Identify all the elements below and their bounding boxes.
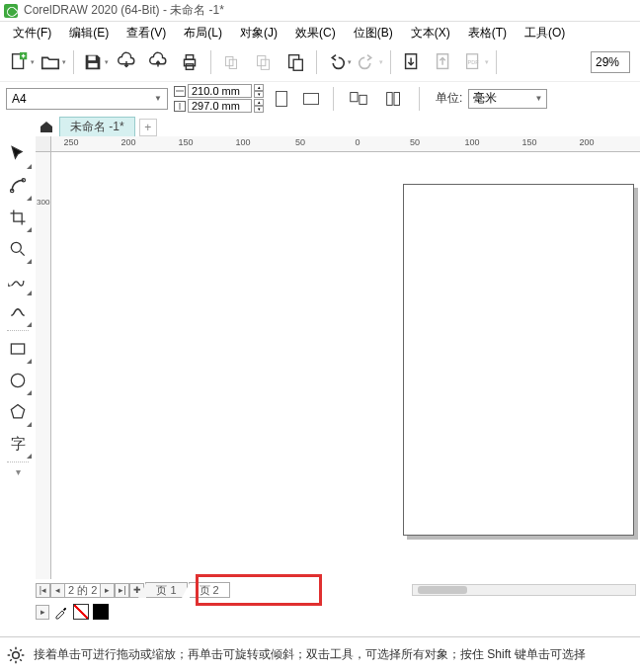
save-button[interactable]: ▾ [80,47,110,77]
export-button[interactable] [429,47,458,77]
rectangle-tool[interactable] [3,333,33,365]
page-counter: 2 的 2 [65,583,100,598]
home-tab[interactable] [36,117,57,136]
ruler-tick: 50 [410,137,420,147]
menu-bitmaps[interactable]: 位图(B) [349,23,398,43]
menu-effects[interactable]: 效果(C) [290,23,341,43]
menu-tools[interactable]: 工具(O) [520,23,570,43]
ruler-horizontal[interactable]: 250 200 150 100 50 0 50 100 150 200 [51,136,640,152]
pick-tool[interactable] [3,138,33,170]
svg-point-28 [13,651,20,658]
svg-text:PDF: PDF [467,59,479,65]
color-scroll-right[interactable]: ▸ [36,605,49,620]
polygon-tool[interactable] [3,396,33,428]
publish-pdf-button[interactable]: PDF▾ [460,47,490,77]
page-layout2-button[interactable] [379,84,409,114]
no-color-swatch[interactable] [73,604,89,620]
document-tab[interactable]: 未命名 -1* [59,117,135,136]
document-tabs: 未命名 -1* + [0,115,640,136]
horizontal-scrollbar[interactable] [412,584,636,596]
cloud-down-button[interactable] [112,47,141,77]
document-tab-label: 未命名 -1* [70,119,124,135]
paper-size-value: A4 [12,92,27,106]
first-page-button[interactable]: |◂ [36,583,50,598]
next-page-button[interactable]: ▸ [100,583,115,598]
chevron-down-icon: ▼ [534,94,542,103]
height-spinner[interactable]: ▴▾ [254,99,264,113]
width-icon [174,86,186,97]
page-tab-label: 页 2 [200,583,219,598]
shape-tool[interactable] [3,170,33,202]
ruler-vertical[interactable]: 300 [36,152,51,579]
landscape-button[interactable] [299,87,323,111]
menu-bar: 文件(F) 编辑(E) 查看(V) 布局(L) 对象(J) 效果(C) 位图(B… [0,22,640,43]
canvas-area[interactable]: 250 200 150 100 50 0 50 100 150 200 300 [36,136,640,579]
svg-text:字: 字 [11,436,26,452]
crop-tool[interactable] [3,202,33,233]
page-width-input[interactable] [188,84,252,98]
paste-button[interactable] [280,47,310,77]
menu-file[interactable]: 文件(F) [8,23,56,43]
width-spinner[interactable]: ▴▾ [254,84,264,98]
ruler-tick: 50 [295,137,305,147]
ruler-tick: 200 [579,137,594,147]
black-swatch[interactable] [93,604,109,620]
zoom-tool[interactable] [3,233,33,265]
redo-button[interactable]: ▾ [355,47,384,77]
unit-select[interactable]: 毫米 ▼ [468,89,547,109]
freehand-tool[interactable] [3,265,33,296]
svg-marker-26 [11,405,24,418]
prev-page-button[interactable]: ◂ [50,583,65,598]
menu-text[interactable]: 文本(X) [406,23,455,43]
menu-view[interactable]: 查看(V) [121,23,171,43]
ruler-tick: 300 [37,198,48,207]
ellipse-tool[interactable] [3,365,33,396]
eyedropper-icon[interactable] [53,604,69,620]
paper-size-select[interactable]: A4 ▼ [6,88,168,110]
print-button[interactable] [175,47,204,77]
page[interactable] [403,184,634,536]
status-text: 接着单击可进行拖动或缩放；再单击可旋转或倾斜；双击工具，可选择所有对象；按住 S… [34,646,586,663]
page-tab-2[interactable]: 页 2 [189,582,230,598]
svg-rect-2 [88,56,95,61]
menu-layout[interactable]: 布局(L) [179,23,227,43]
new-button[interactable]: ▾ [6,47,36,77]
page-layout-button[interactable] [344,84,373,114]
app-icon [4,4,18,18]
import-button[interactable] [397,47,427,77]
artistic-media-tool[interactable] [3,296,33,328]
add-document-tab[interactable]: + [139,119,157,136]
open-button[interactable]: ▾ [38,47,67,77]
page-navigator: |◂ ◂ 2 的 2 ▸ ▸| ✚ 页 1 页 2 [0,579,640,601]
scrollbar-thumb[interactable] [418,586,467,594]
menu-edit[interactable]: 编辑(E) [64,23,114,43]
svg-rect-24 [11,344,24,354]
cut-button[interactable] [217,47,247,77]
toolbox-expand[interactable]: ▾ [3,464,33,478]
menu-table[interactable]: 表格(T) [463,23,512,43]
svg-rect-20 [394,92,400,105]
svg-point-23 [11,242,21,252]
svg-rect-5 [186,55,193,60]
unit-value: 毫米 [473,90,497,107]
page-height-input[interactable] [188,99,252,113]
text-tool[interactable]: 字 [3,428,33,460]
svg-rect-17 [351,92,358,101]
ruler-origin[interactable] [36,136,51,152]
svg-rect-12 [293,59,302,70]
portrait-button[interactable] [270,87,293,111]
standard-toolbar: ▾ ▾ ▾ ▾ ▾ PDF▾ [0,43,640,81]
zoom-input[interactable] [591,51,630,73]
svg-rect-6 [186,64,193,70]
gear-icon[interactable] [6,645,26,665]
undo-button[interactable]: ▾ [323,47,353,77]
menu-object[interactable]: 对象(J) [235,23,282,43]
last-page-button[interactable]: ▸| [115,583,129,598]
page-tab-label: 页 1 [156,583,176,598]
unit-label: 单位: [436,90,462,107]
ruler-tick: 150 [521,137,536,147]
copy-button[interactable] [249,47,279,77]
canvas[interactable] [51,152,640,579]
cloud-up-button[interactable] [143,47,173,77]
window-title: CorelDRAW 2020 (64-Bit) - 未命名 -1* [24,2,224,19]
